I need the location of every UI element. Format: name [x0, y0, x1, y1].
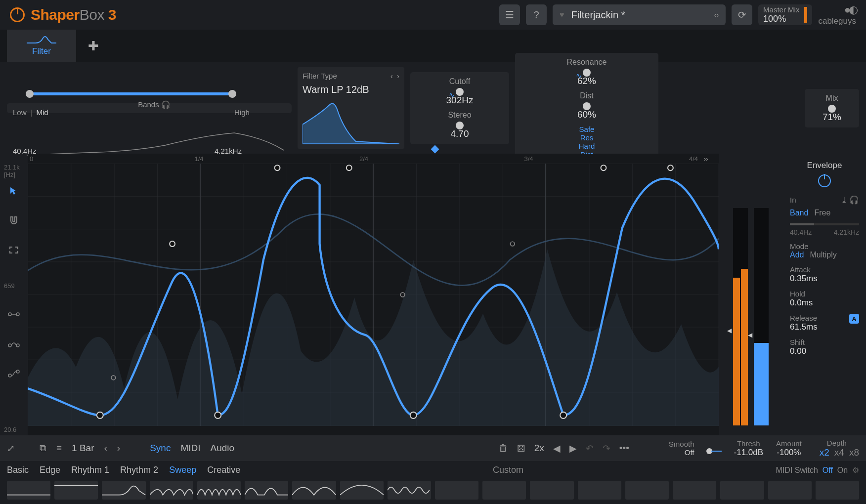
- preset-thumb[interactable]: [388, 481, 431, 500]
- power-icon[interactable]: [10, 7, 25, 22]
- sidechain-icon[interactable]: ⤓: [841, 196, 847, 204]
- svg-point-16: [346, 165, 352, 170]
- heart-icon[interactable]: ♥: [560, 10, 564, 19]
- depth-x2-button[interactable]: x2: [820, 447, 829, 458]
- cat-edge[interactable]: Edge: [40, 465, 60, 475]
- resonance-slider[interactable]: Resonance ∿ 62%: [567, 58, 607, 86]
- link-icon[interactable]: ⧉: [40, 443, 46, 454]
- cat-rhythm2[interactable]: Rhythm 2: [120, 465, 158, 475]
- cat-basic[interactable]: Basic: [7, 465, 29, 475]
- thresh-value[interactable]: -11.0dB: [734, 448, 764, 458]
- preset-thumb[interactable]: [720, 481, 764, 500]
- mix-slider[interactable]: Mix 71%: [805, 89, 859, 127]
- preset-thumb[interactable]: [102, 481, 145, 500]
- preset-thumb[interactable]: [7, 481, 50, 500]
- preset-thumb[interactable]: [340, 481, 384, 500]
- release-value[interactable]: 61.5ms: [790, 322, 859, 332]
- length-next-icon[interactable]: ›: [117, 443, 120, 454]
- pointer-tool-icon[interactable]: [6, 183, 21, 198]
- env-band-button[interactable]: Band: [790, 209, 808, 217]
- refresh-icon[interactable]: ⟳: [732, 4, 752, 25]
- lfo-icon[interactable]: ∿: [576, 72, 582, 80]
- preset-thumb[interactable]: [530, 481, 573, 500]
- preset-thumb[interactable]: [482, 481, 526, 500]
- ft-next-icon[interactable]: ›: [397, 72, 399, 80]
- safe-res-toggle[interactable]: Safe Res: [569, 125, 604, 142]
- band-range-slider[interactable]: [30, 92, 232, 95]
- redo-icon[interactable]: ↷: [603, 443, 610, 454]
- line-point-icon[interactable]: [6, 307, 21, 322]
- envelope-power-icon[interactable]: [818, 174, 831, 187]
- level-meters: ◀ ◀: [719, 154, 783, 435]
- gear-icon[interactable]: ⚙: [852, 466, 859, 474]
- bands-panel[interactable]: Low|Mid High 40.4Hz 4.21kHz Bands 🎧: [7, 103, 292, 113]
- attack-value[interactable]: 0.35ms: [790, 274, 859, 284]
- svg-point-4: [16, 344, 19, 347]
- preset-thumb[interactable]: [435, 481, 478, 500]
- auto-badge[interactable]: A: [849, 314, 859, 324]
- amount-value[interactable]: -100%: [776, 448, 802, 458]
- stereo-slider[interactable]: Stereo 4.70: [440, 111, 479, 139]
- dist-slider[interactable]: Dist 60%: [567, 91, 606, 120]
- preset-selector[interactable]: ♥ Filterjackin * ‹›: [553, 4, 726, 25]
- midi-switch-off[interactable]: Off: [823, 466, 833, 474]
- curve-point-icon[interactable]: [6, 336, 21, 351]
- help-icon[interactable]: ?: [526, 4, 547, 25]
- preset-thumb[interactable]: [768, 481, 812, 500]
- play-back-icon[interactable]: ◀: [553, 443, 561, 454]
- preset-thumb[interactable]: [578, 481, 621, 500]
- sync-button[interactable]: Sync: [150, 443, 171, 454]
- more-icon[interactable]: •••: [619, 443, 629, 454]
- smooth-knob[interactable]: [704, 438, 724, 458]
- cat-rhythm1[interactable]: Rhythm 1: [71, 465, 109, 475]
- mode-add-button[interactable]: Add: [790, 251, 804, 259]
- preset-thumb[interactable]: [54, 481, 98, 500]
- magnet-tool-icon[interactable]: [6, 213, 21, 228]
- length-prev-icon[interactable]: ‹: [104, 443, 107, 454]
- shift-value[interactable]: 0.00: [790, 346, 859, 356]
- cat-sweep[interactable]: Sweep: [169, 465, 196, 475]
- lfo-icon[interactable]: ∿: [449, 91, 455, 99]
- select-tool-icon[interactable]: [6, 243, 21, 257]
- midi-button[interactable]: MIDI: [180, 443, 200, 454]
- tab-filter[interactable]: Filter: [7, 30, 76, 62]
- expand-icon[interactable]: ››: [704, 155, 719, 163]
- env-free-button[interactable]: Free: [814, 209, 830, 217]
- preset-thumb[interactable]: [150, 481, 193, 500]
- audio-button[interactable]: Audio: [211, 443, 235, 454]
- depth-x8-button[interactable]: x8: [849, 447, 859, 458]
- x2-button[interactable]: 2x: [534, 443, 544, 454]
- headphones-icon[interactable]: 🎧: [161, 100, 171, 109]
- preset-name: Filterjackin *: [571, 9, 707, 21]
- midi-switch-on[interactable]: On: [837, 466, 848, 474]
- play-fwd-icon[interactable]: ▶: [569, 443, 577, 454]
- preset-thumb[interactable]: [197, 481, 241, 500]
- preset-next-icon[interactable]: ›: [716, 11, 719, 19]
- preset-thumb[interactable]: [625, 481, 669, 500]
- trash-icon[interactable]: 🗑: [499, 443, 508, 454]
- dice-icon[interactable]: ⚄: [517, 443, 525, 454]
- preset-thumb[interactable]: [292, 481, 336, 500]
- menu-icon[interactable]: ☰: [499, 4, 520, 25]
- list-icon[interactable]: ≡: [56, 443, 62, 454]
- length-selector[interactable]: 1 Bar: [72, 443, 94, 454]
- fullscreen-icon[interactable]: ⤢: [7, 443, 15, 454]
- add-tab-button[interactable]: ✚: [76, 39, 111, 54]
- master-mix[interactable]: Master Mix 100%: [758, 4, 812, 25]
- mode-multiply-button[interactable]: Multiply: [810, 251, 836, 259]
- preset-thumb[interactable]: [816, 481, 859, 500]
- undo-icon[interactable]: ↶: [586, 443, 594, 454]
- filter-type-panel[interactable]: Filter Type‹ › Warm LP 12dB: [298, 67, 404, 149]
- preset-thumb[interactable]: [673, 481, 716, 500]
- ft-prev-icon[interactable]: ‹: [390, 72, 393, 80]
- preset-thumb[interactable]: [245, 481, 288, 500]
- hold-value[interactable]: 0.0ms: [790, 298, 859, 308]
- cutoff-slider[interactable]: Cutoff ∿ 302Hz: [440, 77, 479, 106]
- smooth-control[interactable]: Smooth Off: [669, 440, 694, 457]
- lfo-editor[interactable]: 21.1k[Hz] 659 20.6 0 1/4 2/4 3/4 4/4 ››: [28, 154, 719, 435]
- cat-creative[interactable]: Creative: [207, 465, 240, 475]
- s-curve-point-icon[interactable]: [6, 366, 21, 381]
- headphones-icon[interactable]: 🎧: [849, 196, 859, 204]
- cat-custom[interactable]: Custom: [493, 465, 523, 475]
- depth-x4-button[interactable]: x4: [834, 447, 844, 458]
